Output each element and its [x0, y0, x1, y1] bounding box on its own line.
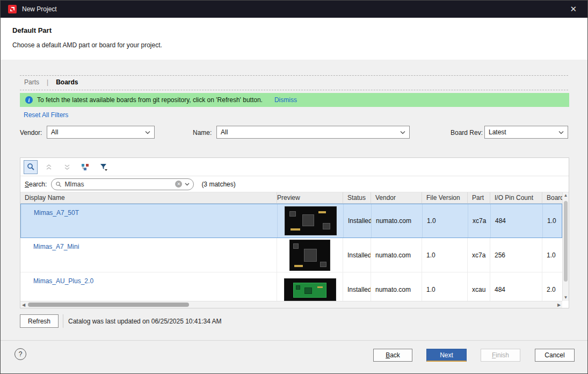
name-select[interactable]: All: [216, 126, 410, 139]
scroll-up-icon[interactable]: ▲: [563, 192, 569, 199]
board-rev-select-value: Latest: [489, 128, 506, 136]
board-preview-cell: [277, 272, 343, 302]
vendor-select[interactable]: All: [47, 126, 155, 139]
horizontal-scroll-thumb[interactable]: [28, 303, 189, 307]
page-subtitle: Choose a default AMD part or board for y…: [12, 41, 162, 49]
board-preview-image: [289, 240, 330, 271]
column-header-display-name[interactable]: Display Name: [20, 192, 277, 203]
column-header-io-pin-count[interactable]: I/O Pin Count: [490, 192, 542, 203]
search-dropdown-chevron-icon[interactable]: [185, 183, 190, 186]
vendor-cell: numato.com: [371, 238, 422, 272]
search-input-value: MImas: [64, 181, 172, 188]
table-header-row: Display Name Preview Status Vendor File …: [20, 192, 562, 204]
search-icon[interactable]: [24, 160, 38, 174]
table-row[interactable]: Mimas_A7_50T Installed numato.com 1.0 xc…: [20, 204, 562, 238]
column-header-file-version[interactable]: File Version: [422, 192, 468, 203]
vendor-select-value: All: [51, 128, 58, 136]
board-display-name[interactable]: Mimas_AU_Plus_2.0: [20, 272, 277, 302]
vendor-cell: numato.com: [372, 204, 423, 238]
vendor-cell: numato.com: [371, 272, 422, 302]
board-rev-cell: 1.0: [542, 238, 562, 272]
info-icon: i: [25, 96, 33, 104]
tab-boards[interactable]: Boards: [56, 78, 78, 86]
search-row: Search: MImas ✕ (3 matches): [20, 176, 569, 192]
io-pin-count-cell: 484: [491, 204, 543, 238]
chevron-down-icon: [400, 128, 405, 136]
clear-search-icon[interactable]: ✕: [175, 181, 182, 188]
scroll-right-icon[interactable]: ▶: [556, 301, 562, 308]
column-header-preview[interactable]: Preview: [277, 192, 343, 203]
magnifier-icon: [55, 181, 62, 188]
reset-all-filters-link[interactable]: Reset All Filters: [24, 111, 68, 119]
part-cell: xc7a: [468, 238, 490, 272]
group-by-icon[interactable]: [78, 160, 92, 174]
footer-divider: [1, 340, 587, 341]
horizontal-scrollbar[interactable]: ◀ ▶: [20, 301, 562, 308]
dialog-header: Default Part Choose a default AMD part o…: [1, 18, 587, 60]
filter-icon[interactable]: [97, 160, 111, 174]
boards-panel: Search: MImas ✕ (3 matches) Display Name…: [20, 157, 569, 308]
tab-parts[interactable]: Parts: [24, 78, 39, 86]
io-pin-count-cell: 256: [490, 238, 542, 272]
vertical-scrollbar[interactable]: ▲ ▼: [562, 192, 569, 301]
status-cell: Installed: [343, 238, 371, 272]
back-button[interactable]: Back: [373, 349, 412, 362]
next-button[interactable]: Next: [426, 349, 467, 362]
refresh-button[interactable]: Refresh: [20, 314, 59, 328]
tab-separator: |: [47, 78, 48, 86]
file-version-cell: 1.0: [422, 238, 468, 272]
board-preview-cell: [277, 238, 343, 272]
board-rev-cell: 1.0: [543, 204, 562, 238]
board-display-name[interactable]: Mimas_A7_Mini: [20, 238, 277, 272]
catalog-updated-text: Catalog was last updated on 06/25/2025 1…: [68, 318, 222, 325]
help-button[interactable]: ?: [14, 348, 26, 360]
name-select-value: All: [221, 128, 228, 136]
file-version-cell: 1.0: [423, 204, 468, 238]
vertical-scroll-thumb[interactable]: [564, 201, 568, 282]
board-preview-cell: [278, 204, 344, 238]
dismiss-link[interactable]: Dismiss: [274, 96, 297, 104]
search-label: Search:: [25, 181, 47, 188]
finish-button[interactable]: Finish: [481, 349, 520, 362]
app-icon: [8, 5, 17, 13]
scroll-left-icon[interactable]: ◀: [20, 301, 27, 308]
scroll-down-icon[interactable]: ▼: [563, 294, 569, 301]
file-version-cell: 1.0: [422, 272, 468, 302]
board-rev-select[interactable]: Latest: [484, 126, 568, 139]
board-rev-label: Board Rev:: [451, 129, 483, 136]
chevron-down-icon: [145, 128, 150, 136]
table-row[interactable]: Mimas_A7_Mini Installed numato.com 1.0 x…: [20, 238, 562, 272]
dashed-divider-top: [20, 75, 568, 76]
chevron-down-icon: [558, 128, 564, 136]
board-preview-image: [285, 206, 337, 235]
dashed-divider-bottom: [20, 90, 568, 90]
status-cell: Installed: [344, 204, 372, 238]
table-body: Mimas_A7_50T Installed numato.com 1.0 xc…: [20, 204, 562, 302]
tab-bar: Parts | Boards: [24, 78, 78, 86]
column-header-part[interactable]: Part: [468, 192, 490, 203]
info-banner-text: To fetch the latest available boards fro…: [37, 96, 263, 104]
collapse-all-icon[interactable]: [42, 160, 56, 174]
table-row[interactable]: Mimas_AU_Plus_2.0 Installed numato.com 1…: [20, 272, 562, 302]
column-header-status[interactable]: Status: [343, 192, 371, 203]
close-icon[interactable]: ✕: [567, 3, 580, 15]
info-banner: i To fetch the latest available boards f…: [20, 93, 569, 107]
match-count: (3 matches): [201, 181, 235, 188]
board-rev-cell: 2.0: [542, 272, 562, 302]
board-preview-image: [284, 278, 336, 301]
cancel-button[interactable]: Cancel: [535, 349, 575, 362]
part-cell: xc7a: [468, 204, 491, 238]
expand-all-icon[interactable]: [60, 160, 74, 174]
vendor-label: Vendor:: [20, 129, 42, 136]
page-title: Default Part: [12, 26, 52, 34]
new-project-dialog: New Project ✕ Default Part Choose a defa…: [0, 0, 588, 374]
name-label: Name:: [193, 129, 212, 136]
window-title: New Project: [22, 5, 57, 13]
status-cell: Installed: [343, 272, 371, 302]
column-header-board[interactable]: Board: [542, 192, 562, 203]
board-display-name[interactable]: Mimas_A7_50T: [21, 204, 278, 238]
column-header-vendor[interactable]: Vendor: [371, 192, 422, 203]
part-cell: xcau: [468, 272, 490, 302]
search-input[interactable]: MImas ✕: [51, 178, 194, 190]
catalog-divider: [63, 314, 63, 328]
